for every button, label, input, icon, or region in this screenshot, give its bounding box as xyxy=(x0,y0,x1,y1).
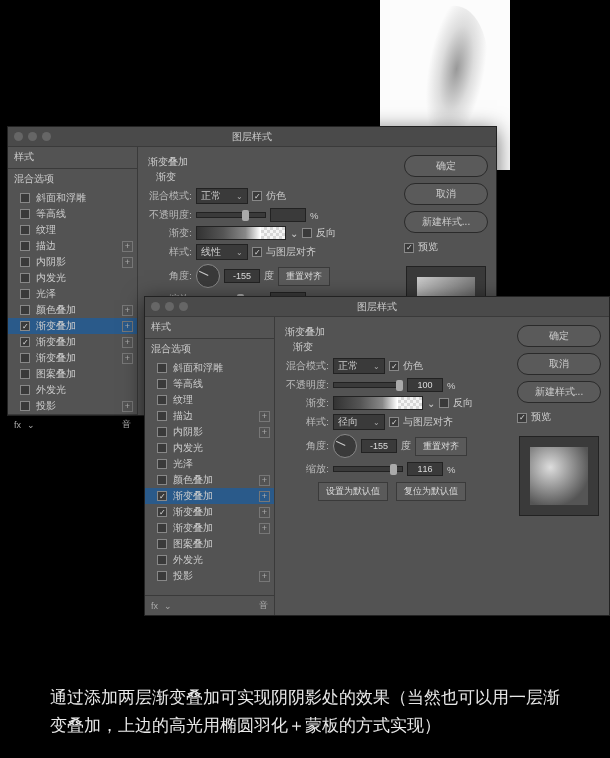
titlebar[interactable]: 图层样式 xyxy=(145,297,609,317)
style-row[interactable]: 内发光 xyxy=(145,440,274,456)
dither-checkbox[interactable] xyxy=(389,361,399,371)
style-checkbox[interactable] xyxy=(157,459,167,469)
blend-mode-select[interactable]: 正常⌄ xyxy=(333,358,385,374)
set-default-button[interactable]: 设置为默认值 xyxy=(318,482,388,501)
style-checkbox[interactable] xyxy=(157,379,167,389)
style-row[interactable]: 渐变叠加+ xyxy=(145,504,274,520)
style-row[interactable]: 纹理 xyxy=(145,392,274,408)
angle-field[interactable]: -155 xyxy=(224,269,260,283)
align-checkbox[interactable] xyxy=(252,247,262,257)
reset-default-button[interactable]: 复位为默认值 xyxy=(396,482,466,501)
style-checkbox[interactable] xyxy=(20,209,30,219)
reverse-checkbox[interactable] xyxy=(439,398,449,408)
style-row[interactable]: 图案叠加 xyxy=(145,536,274,552)
trash-icon[interactable]: 音 xyxy=(259,599,268,612)
ok-button[interactable]: 确定 xyxy=(404,155,488,177)
style-row[interactable]: 渐变叠加+ xyxy=(8,334,137,350)
style-row[interactable]: 内阴影+ xyxy=(145,424,274,440)
reset-align-button[interactable]: 重置对齐 xyxy=(415,437,467,456)
style-row[interactable]: 内发光 xyxy=(8,270,137,286)
style-checkbox[interactable] xyxy=(157,507,167,517)
style-row[interactable]: 内阴影+ xyxy=(8,254,137,270)
style-select[interactable]: 线性⌄ xyxy=(196,244,248,260)
style-row[interactable]: 投影+ xyxy=(8,398,137,414)
style-checkbox[interactable] xyxy=(157,571,167,581)
style-row[interactable]: 渐变叠加+ xyxy=(145,520,274,536)
style-row[interactable]: 颜色叠加+ xyxy=(8,302,137,318)
add-effect-icon[interactable]: + xyxy=(122,257,133,268)
style-checkbox[interactable] xyxy=(20,225,30,235)
add-effect-icon[interactable]: + xyxy=(122,321,133,332)
style-row[interactable]: 渐变叠加+ xyxy=(8,318,137,334)
add-effect-icon[interactable]: + xyxy=(259,475,270,486)
style-checkbox[interactable] xyxy=(20,321,30,331)
chevron-down-icon[interactable]: ⌄ xyxy=(290,228,298,239)
angle-dial[interactable] xyxy=(196,264,220,288)
scale-field[interactable]: 116 xyxy=(407,462,443,476)
add-effect-icon[interactable]: + xyxy=(122,305,133,316)
fx-label[interactable]: fx xyxy=(14,420,21,430)
style-checkbox[interactable] xyxy=(20,289,30,299)
window-controls[interactable] xyxy=(14,132,51,141)
style-row[interactable]: 光泽 xyxy=(8,286,137,302)
style-row[interactable]: 渐变叠加+ xyxy=(145,488,274,504)
dither-checkbox[interactable] xyxy=(252,191,262,201)
opacity-field[interactable] xyxy=(270,208,306,222)
angle-field[interactable]: -155 xyxy=(361,439,397,453)
titlebar[interactable]: 图层样式 xyxy=(8,127,496,147)
new-style-button[interactable]: 新建样式... xyxy=(517,381,601,403)
add-effect-icon[interactable]: + xyxy=(259,411,270,422)
style-row[interactable]: 外发光 xyxy=(8,382,137,398)
trash-icon[interactable]: 音 xyxy=(122,418,131,431)
style-row[interactable]: 纹理 xyxy=(8,222,137,238)
add-effect-icon[interactable]: + xyxy=(259,571,270,582)
fx-label[interactable]: fx xyxy=(151,601,158,611)
style-checkbox[interactable] xyxy=(157,395,167,405)
blend-mode-select[interactable]: 正常⌄ xyxy=(196,188,248,204)
style-select[interactable]: 径向⌄ xyxy=(333,414,385,430)
style-checkbox[interactable] xyxy=(20,241,30,251)
style-row[interactable]: 渐变叠加+ xyxy=(8,350,137,366)
cancel-button[interactable]: 取消 xyxy=(404,183,488,205)
style-row[interactable]: 光泽 xyxy=(145,456,274,472)
chevron-down-icon[interactable]: ⌄ xyxy=(427,398,435,409)
cancel-button[interactable]: 取消 xyxy=(517,353,601,375)
sidebar-blend-options[interactable]: 混合选项 xyxy=(145,339,274,360)
style-checkbox[interactable] xyxy=(157,555,167,565)
style-checkbox[interactable] xyxy=(20,369,30,379)
add-effect-icon[interactable]: + xyxy=(122,337,133,348)
style-row[interactable]: 描边+ xyxy=(145,408,274,424)
style-checkbox[interactable] xyxy=(157,491,167,501)
style-row[interactable]: 投影+ xyxy=(145,568,274,584)
style-checkbox[interactable] xyxy=(157,427,167,437)
style-checkbox[interactable] xyxy=(20,353,30,363)
style-checkbox[interactable] xyxy=(20,193,30,203)
style-checkbox[interactable] xyxy=(157,411,167,421)
preview-checkbox[interactable] xyxy=(404,243,414,253)
angle-dial[interactable] xyxy=(333,434,357,458)
align-checkbox[interactable] xyxy=(389,417,399,427)
style-checkbox[interactable] xyxy=(157,363,167,373)
style-row[interactable]: 外发光 xyxy=(145,552,274,568)
style-row[interactable]: 斜面和浮雕 xyxy=(145,360,274,376)
style-checkbox[interactable] xyxy=(20,385,30,395)
add-effect-icon[interactable]: + xyxy=(259,507,270,518)
opacity-slider[interactable] xyxy=(333,382,403,388)
sidebar-blend-options[interactable]: 混合选项 xyxy=(8,169,137,190)
style-row[interactable]: 颜色叠加+ xyxy=(145,472,274,488)
style-row[interactable]: 等高线 xyxy=(8,206,137,222)
add-effect-icon[interactable]: + xyxy=(122,241,133,252)
style-row[interactable]: 等高线 xyxy=(145,376,274,392)
style-row[interactable]: 描边+ xyxy=(8,238,137,254)
window-controls[interactable] xyxy=(151,302,188,311)
gradient-picker[interactable] xyxy=(196,226,286,240)
reverse-checkbox[interactable] xyxy=(302,228,312,238)
reset-align-button[interactable]: 重置对齐 xyxy=(278,267,330,286)
fx-chevron-icon[interactable]: ⌄ xyxy=(27,420,35,430)
add-effect-icon[interactable]: + xyxy=(259,427,270,438)
style-checkbox[interactable] xyxy=(20,401,30,411)
ok-button[interactable]: 确定 xyxy=(517,325,601,347)
style-checkbox[interactable] xyxy=(20,273,30,283)
style-checkbox[interactable] xyxy=(157,475,167,485)
add-effect-icon[interactable]: + xyxy=(259,491,270,502)
